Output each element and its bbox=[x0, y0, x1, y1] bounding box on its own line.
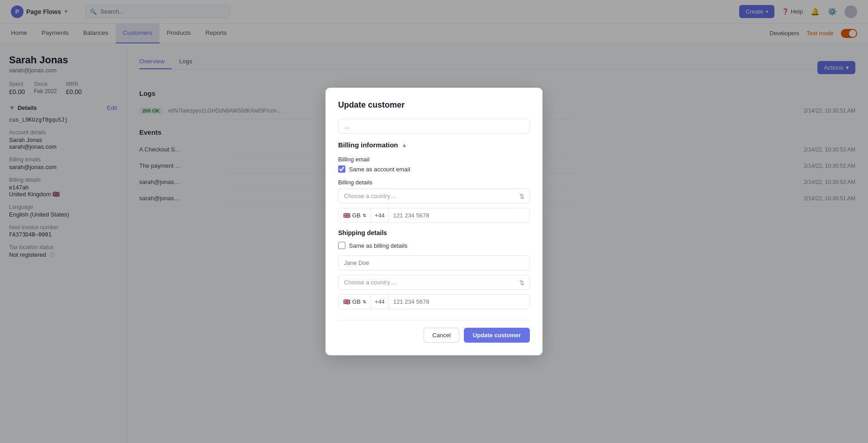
cancel-button[interactable]: Cancel bbox=[424, 328, 459, 343]
same-as-account-label: Same as account email bbox=[349, 166, 410, 173]
phone-input[interactable] bbox=[389, 208, 529, 222]
shipping-section-title: Shipping details bbox=[338, 229, 530, 236]
country-select[interactable]: Choose a country… bbox=[338, 189, 530, 203]
billing-details-label: Billing details bbox=[338, 179, 530, 186]
shipping-phone-code: +44 bbox=[371, 295, 389, 309]
shipping-phone-flag-selector[interactable]: 🇬🇧 GB ⇅ bbox=[339, 295, 371, 309]
phone-code: +44 bbox=[371, 208, 389, 222]
shipping-phone-flag-chevron: ⇅ bbox=[363, 299, 366, 304]
billing-section-title[interactable]: Billing information ▲ bbox=[338, 141, 530, 149]
shipping-country-select[interactable]: Choose a country… bbox=[338, 275, 530, 290]
modal-footer: Cancel Update customer bbox=[338, 320, 530, 343]
country-select-wrapper: Choose a country… ⇅ bbox=[338, 189, 530, 203]
modal-title: Update customer bbox=[338, 100, 530, 110]
gb-flag-icon: 🇬🇧 bbox=[343, 212, 350, 219]
shipping-name-input[interactable] bbox=[338, 255, 530, 270]
update-customer-button[interactable]: Update customer bbox=[464, 328, 530, 343]
billing-email-label: Billing email bbox=[338, 156, 530, 163]
phone-flag-selector[interactable]: 🇬🇧 GB ⇅ bbox=[339, 208, 371, 222]
same-as-billing-checkbox[interactable] bbox=[338, 242, 345, 249]
shipping-phone-input[interactable] bbox=[389, 295, 529, 309]
shipping-gb-flag-icon: 🇬🇧 bbox=[343, 298, 350, 305]
same-as-billing-label: Same as billing details bbox=[349, 242, 407, 249]
top-field-input[interactable] bbox=[338, 119, 530, 134]
shipping-phone-row: 🇬🇧 GB ⇅ +44 bbox=[338, 294, 530, 309]
phone-row: 🇬🇧 GB ⇅ +44 bbox=[338, 208, 530, 223]
update-customer-modal: Update customer Billing information ▲ Bi… bbox=[326, 88, 542, 355]
same-as-account-row: Same as account email bbox=[338, 165, 530, 173]
same-as-billing-row: Same as billing details bbox=[338, 242, 530, 249]
shipping-country-select-wrapper: Choose a country… ⇅ bbox=[338, 275, 530, 290]
modal-overlay: Update customer Billing information ▲ Bi… bbox=[0, 0, 868, 443]
billing-chevron-icon: ▲ bbox=[402, 142, 407, 148]
same-as-account-checkbox[interactable] bbox=[338, 165, 345, 173]
phone-flag-chevron: ⇅ bbox=[363, 213, 366, 218]
